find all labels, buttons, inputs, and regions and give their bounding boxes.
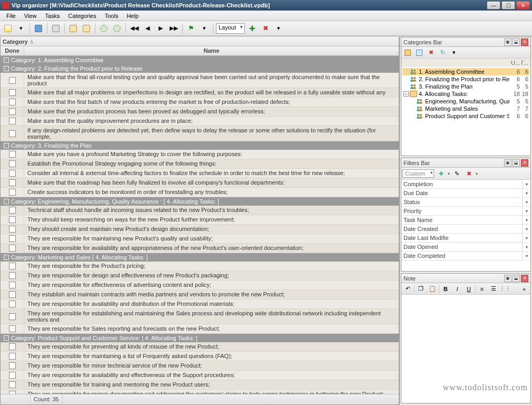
filter-field[interactable]: Date Last Modifie▾ — [401, 234, 530, 243]
note-undo-button[interactable]: ↶ — [402, 284, 413, 294]
edit-button[interactable] — [67, 23, 79, 34]
note-paste-button[interactable]: 📋 — [427, 284, 438, 294]
cat-more-button[interactable]: ▾ — [449, 48, 459, 57]
task-row[interactable]: They should create and maintain new Prod… — [1, 225, 399, 234]
task-row[interactable]: They are responsible for establishing an… — [1, 309, 399, 324]
collapse-icon[interactable]: − — [4, 66, 9, 71]
task-row[interactable]: They are responsible for minor technical… — [1, 361, 399, 371]
category-item[interactable]: Product Support and Customer Service:66 — [402, 112, 529, 120]
close-button[interactable]: ✕ — [516, 1, 530, 9]
task-row[interactable]: Make sure that the final all-round testi… — [1, 73, 399, 88]
task-row[interactable]: They are responsible for effectiveness o… — [1, 281, 399, 290]
column-name[interactable]: Name — [24, 46, 399, 55]
note-more-button[interactable]: » — [519, 284, 529, 294]
delete-layout-button[interactable]: ✖ — [260, 23, 271, 34]
filter-preset-combo[interactable]: Custom — [402, 169, 434, 178]
menu-help[interactable]: Help — [122, 12, 143, 20]
done-checkbox[interactable] — [9, 77, 16, 84]
copy-button[interactable] — [81, 23, 92, 34]
layout-combo[interactable]: Layout — [216, 23, 245, 34]
done-checkbox[interactable] — [9, 381, 16, 388]
filter-dropdown-icon[interactable]: ▾ — [522, 198, 530, 206]
task-row[interactable]: If any design-related problems are detec… — [1, 126, 399, 141]
filter-field[interactable]: Date Created▾ — [401, 225, 530, 234]
note-underline-button[interactable]: U — [464, 284, 474, 294]
note-italic-button[interactable]: I — [452, 284, 462, 294]
category-item[interactable]: 1. Assembling Committee66 — [402, 68, 529, 75]
group-header[interactable]: −Category: Engineering, Manufacturing, Q… — [1, 197, 399, 206]
menu-view[interactable]: View — [20, 12, 41, 20]
nav-first-button[interactable]: ◀◀ — [129, 23, 140, 34]
category-item[interactable]: Engineering, Manufacturing, Quality Assu… — [402, 98, 529, 105]
task-row[interactable]: They are responsible for availability an… — [1, 371, 399, 380]
redo-button[interactable] — [111, 23, 123, 34]
flag-button[interactable]: ⚑ — [185, 23, 197, 34]
nav-prev-button[interactable]: ◀ — [142, 23, 153, 34]
panel-close-button[interactable]: ✕ — [521, 159, 528, 167]
panel-pin-button[interactable]: ⬓ — [513, 159, 520, 167]
task-row[interactable]: Make sure that the production process ha… — [1, 107, 399, 117]
group-by-header[interactable]: Category △ — [1, 37, 399, 46]
group-header[interactable]: −Category: 3. Finalizing the Plan — [1, 141, 399, 150]
collapse-icon[interactable]: − — [4, 199, 9, 204]
category-item[interactable]: −4. Allocating Tasks:1818 — [402, 90, 529, 98]
add-layout-button[interactable]: ✚ — [247, 23, 258, 34]
done-checkbox[interactable] — [9, 99, 16, 105]
task-row[interactable]: Make sure that all major problems or imp… — [1, 88, 399, 98]
task-row[interactable]: Make sure you have a profound Marketing … — [1, 150, 399, 159]
print-button[interactable] — [50, 23, 62, 34]
filter-dropdown-icon[interactable]: ▾ — [522, 234, 530, 242]
new-button[interactable] — [2, 23, 14, 34]
expand-icon[interactable]: − — [403, 91, 409, 97]
note-editor[interactable] — [401, 295, 530, 403]
categories-tree[interactable]: 1. Assembling Committee662. Finalizing t… — [401, 67, 530, 156]
layout-settings-button[interactable]: ▾ — [273, 23, 284, 34]
done-checkbox[interactable] — [9, 189, 16, 196]
panel-restore-button[interactable]: ▣ — [504, 275, 511, 282]
done-checkbox[interactable] — [9, 325, 16, 332]
task-row[interactable]: They are responsible for design and effe… — [1, 271, 399, 281]
done-checkbox[interactable] — [9, 272, 16, 279]
done-checkbox[interactable] — [9, 216, 16, 223]
filter-apply-button[interactable]: ✚ — [436, 169, 446, 178]
filter-dropdown-icon[interactable]: ▾ — [522, 207, 530, 215]
done-checkbox[interactable] — [9, 313, 16, 320]
filter-edit-button[interactable]: ✎ — [451, 169, 462, 178]
cat-edit-button[interactable] — [414, 48, 425, 57]
done-checkbox[interactable] — [9, 291, 16, 298]
done-checkbox[interactable] — [9, 282, 16, 288]
task-row[interactable]: Make sure that the first batch of new pr… — [1, 98, 399, 107]
panel-pin-button[interactable]: ⬓ — [513, 275, 520, 282]
flag-dropdown[interactable]: ▾ — [199, 23, 210, 34]
group-header[interactable]: −Category: 2. Finalizing the Product pri… — [1, 64, 399, 73]
filter-dropdown-icon[interactable]: ▾ — [522, 189, 530, 197]
category-item[interactable]: 2. Finalizing the Product prior to Relea… — [402, 75, 529, 83]
task-list[interactable]: −Category: 1. Assembling Committee−Categ… — [1, 56, 399, 394]
minimize-button[interactable]: — — [487, 1, 500, 9]
done-checkbox[interactable] — [9, 89, 16, 96]
done-checkbox[interactable] — [9, 372, 16, 379]
task-row[interactable]: Make sure that the roadmap has been full… — [1, 178, 399, 188]
panel-restore-button[interactable]: ▣ — [504, 159, 511, 167]
filter-clear-button[interactable]: ✖ — [464, 169, 474, 178]
task-row[interactable]: They are responsible for preventing all … — [1, 342, 399, 352]
cat-new-button[interactable] — [402, 48, 413, 57]
filter-field[interactable]: Date Opened▾ — [401, 243, 530, 252]
collapse-icon[interactable]: − — [4, 255, 9, 260]
cat-delete-button[interactable]: ✖ — [426, 48, 436, 57]
filter-field[interactable]: Completion▾ — [401, 180, 530, 189]
save-button[interactable] — [33, 23, 44, 34]
task-row[interactable]: They should keep researching on ways for… — [1, 215, 399, 225]
filter-field[interactable]: Due Date▾ — [401, 189, 530, 198]
task-row[interactable]: Consider all internal & external time-af… — [1, 169, 399, 178]
done-checkbox[interactable] — [9, 362, 16, 369]
category-item[interactable]: Marketing and Sales77 — [402, 105, 529, 112]
menu-tools[interactable]: Tools — [101, 12, 123, 20]
maximize-button[interactable]: ☐ — [501, 1, 515, 9]
filter-dropdown-icon[interactable]: ▾ — [522, 216, 530, 224]
done-checkbox[interactable] — [9, 235, 16, 242]
task-row[interactable]: They are responsible for maintaining new… — [1, 234, 399, 244]
nav-next-button[interactable]: ▶ — [155, 23, 166, 34]
collapse-icon[interactable]: − — [4, 143, 9, 148]
filter-field[interactable]: Priority▾ — [401, 207, 530, 216]
